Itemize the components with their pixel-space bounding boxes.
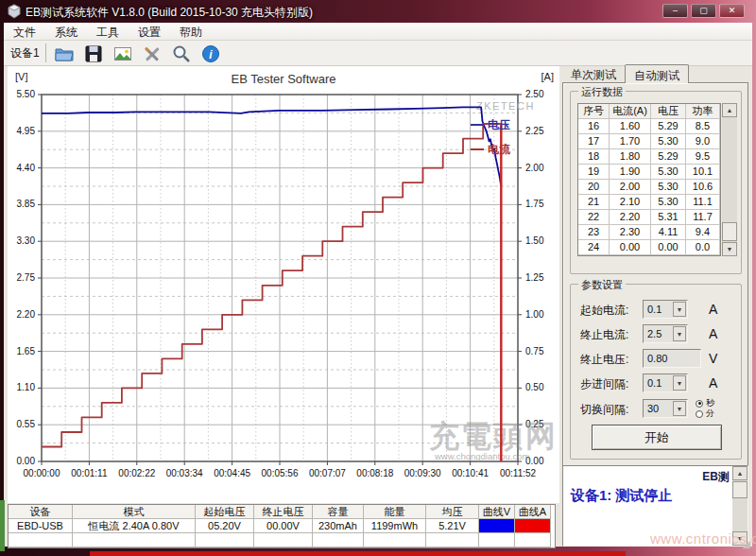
svg-text:www.chongdiantou.com: www.chongdiantou.com xyxy=(434,451,529,461)
table-row[interactable]: 191.905.3010.1 xyxy=(578,165,720,180)
svg-text:0.55: 0.55 xyxy=(17,419,36,429)
maximize-button[interactable]: ▢ xyxy=(691,4,716,18)
scroll-down-icon[interactable]: ▼ xyxy=(722,242,737,256)
start-current-select[interactable]: 0.1 ▼ xyxy=(643,300,688,319)
menu-item-4[interactable]: 帮助 xyxy=(170,23,212,40)
table-cell: 00.00V xyxy=(254,519,313,533)
table-row[interactable]: 222.205.3111.7 xyxy=(578,210,720,225)
table-cell: 5.21V xyxy=(426,519,479,533)
svg-text:2.75: 2.75 xyxy=(17,272,36,283)
end-current-select[interactable]: 2.5 ▼ xyxy=(643,324,688,343)
table-cell: 2.20 xyxy=(610,210,651,225)
switch-interval-row: 切换间隔: 30 ▼ 秒 分 xyxy=(571,399,741,418)
zoom-button[interactable] xyxy=(170,43,193,64)
run-table-header: 序号电流(A)电压(V)功率(W) xyxy=(578,104,720,119)
table-cell xyxy=(515,519,551,533)
toolbar: 设备1 xyxy=(4,41,752,66)
svg-text:2.50: 2.50 xyxy=(525,89,544,99)
table-cell xyxy=(364,533,426,547)
table-cell: 9.5 xyxy=(686,149,720,165)
minimize-button[interactable]: – xyxy=(662,4,688,18)
menu-item-3[interactable]: 设置 xyxy=(129,23,170,40)
step-interval-select[interactable]: 0.1 ▼ xyxy=(643,374,688,392)
table-cell xyxy=(9,533,73,547)
window-controls: – ▢ ✕ xyxy=(662,4,745,18)
menu-item-0[interactable]: 文件 xyxy=(4,23,45,40)
start-current-row: 起始电流: 0.1 ▼ A xyxy=(571,300,741,319)
scroll-up-icon[interactable]: ▲ xyxy=(732,466,747,480)
menu-item-1[interactable]: 系统 xyxy=(45,23,87,40)
watermark-cntronics: www.cntronics.com xyxy=(650,530,756,547)
device-table-empty-row xyxy=(9,533,555,547)
table-row[interactable]: 240.000.000.0 xyxy=(578,240,720,255)
run-data-group: 运行数据 序号电流(A)电压(V)功率(W)161.605.298.5171.7… xyxy=(570,91,742,274)
close-button[interactable]: ✕ xyxy=(719,4,745,18)
step-interval-label: 步进间隔: xyxy=(580,376,628,392)
chevron-down-icon[interactable]: ▼ xyxy=(673,326,686,341)
scroll-up-icon[interactable]: ▲ xyxy=(722,103,737,117)
chevron-down-icon[interactable]: ▼ xyxy=(673,375,686,391)
table-cell: 均压 xyxy=(426,505,479,519)
table-cell: 曲线V xyxy=(479,505,515,519)
end-voltage-field[interactable]: 0.80 xyxy=(643,349,701,368)
table-row[interactable]: 232.304.119.4 xyxy=(578,225,720,240)
svg-text:0.50: 0.50 xyxy=(525,382,544,392)
table-row[interactable]: 202.005.3010.6 xyxy=(578,180,720,195)
table-cell: 5.29 xyxy=(651,119,686,134)
table-cell: 1.90 xyxy=(610,165,651,180)
tab-auto-test[interactable]: 自动测试 xyxy=(625,64,689,83)
status-message: 设备1: 测试停止 xyxy=(571,487,673,505)
device-table-header: 设备模式起始电压终止电压容量能量均压曲线V曲线A xyxy=(9,505,555,519)
scrollbar-thumb[interactable] xyxy=(732,481,747,498)
save-button[interactable] xyxy=(82,43,105,64)
table-cell: 19 xyxy=(578,165,610,180)
table-cell: 起始电压 xyxy=(196,505,254,519)
table-cell: 230mAh xyxy=(313,519,364,533)
table-cell: 序号 xyxy=(578,104,610,119)
table-cell: 电压(V) xyxy=(651,104,686,119)
table-cell xyxy=(515,533,551,547)
export-image-button[interactable] xyxy=(112,43,134,64)
table-cell: 容量 xyxy=(313,505,364,519)
table-row[interactable]: 212.105.3011.1 xyxy=(578,195,720,210)
switch-interval-select[interactable]: 30 ▼ xyxy=(643,399,688,418)
device-selector[interactable]: 设备1 xyxy=(10,45,40,61)
app-window: EB测试系统软件 V1.8.0 (Build 2015-10-30 充电头特别版… xyxy=(0,0,756,556)
table-row[interactable]: 181.805.299.5 xyxy=(578,149,720,165)
table-cell: 9.0 xyxy=(686,134,720,149)
chart-area: EB Tester Software [V] [A] 5.502.5000:00… xyxy=(8,66,559,503)
table-row[interactable]: 161.605.298.5 xyxy=(578,119,720,134)
menu-item-2[interactable]: 工具 xyxy=(87,23,129,40)
table-cell: 模式 xyxy=(73,505,196,519)
curve-a-swatch xyxy=(515,519,550,532)
app-icon xyxy=(7,4,22,19)
table-cell: 1.80 xyxy=(610,149,651,165)
table-cell: 5.29 xyxy=(651,149,686,165)
table-cell: 0.00 xyxy=(610,240,651,255)
svg-text:电流: 电流 xyxy=(488,143,511,156)
end-current-row: 终止电流: 2.5 ▼ A xyxy=(571,324,741,343)
settings-tools-button[interactable] xyxy=(141,43,163,64)
table-row[interactable]: 171.705.309.0 xyxy=(578,134,720,149)
scrollbar-thumb[interactable] xyxy=(722,222,737,241)
step-interval-unit: A xyxy=(709,375,717,391)
table-cell: 17 xyxy=(578,134,610,149)
chevron-down-icon[interactable]: ▼ xyxy=(673,401,686,416)
table-cell: 功率(W) xyxy=(686,104,720,119)
table-cell: 5.30 xyxy=(651,195,686,210)
table-cell xyxy=(313,533,364,547)
info-button[interactable]: i xyxy=(199,43,222,64)
svg-text:1.75: 1.75 xyxy=(525,199,544,209)
run-table-scrollbar[interactable]: ▲ ▼ xyxy=(722,103,737,256)
window-title: EB测试系统软件 V1.8.0 (Build 2015-10-30 充电头特别版… xyxy=(26,5,313,21)
radio-dot xyxy=(696,400,703,408)
chevron-down-icon[interactable]: ▼ xyxy=(673,302,686,317)
tab-single-test[interactable]: 单次测试 xyxy=(562,64,625,83)
radio-minutes[interactable]: 分 xyxy=(696,408,714,419)
svg-text:00:05:56: 00:05:56 xyxy=(262,468,299,478)
table-cell: 5.30 xyxy=(651,180,686,195)
open-button[interactable] xyxy=(53,43,76,64)
switch-interval-label: 切换间隔: xyxy=(580,402,628,418)
params-group-title: 参数设置 xyxy=(578,278,626,292)
start-button[interactable]: 开始 xyxy=(592,425,722,450)
